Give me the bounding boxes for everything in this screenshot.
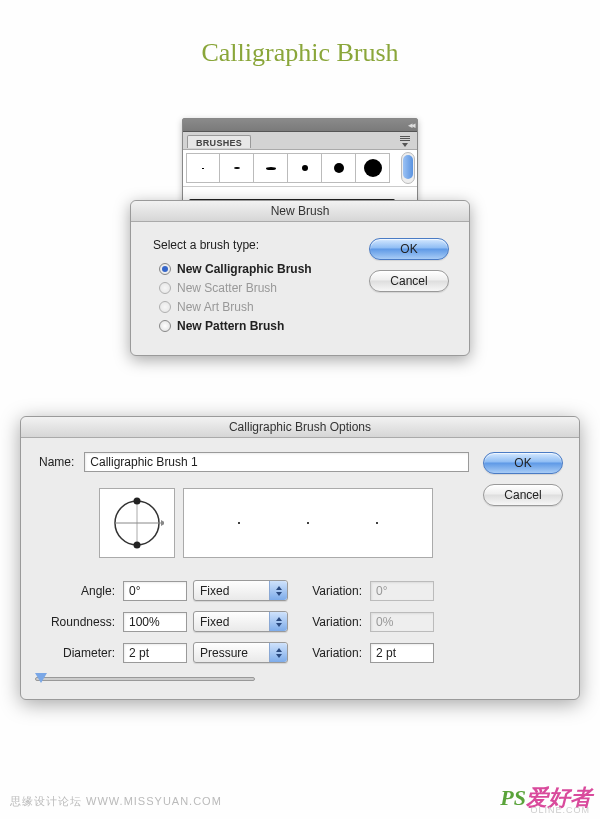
- angle-preview[interactable]: [99, 488, 175, 558]
- radio-art: New Art Brush: [159, 300, 365, 314]
- panel-menu-icon[interactable]: [397, 135, 413, 147]
- radio-calligraphic[interactable]: New Calligraphic Brush: [159, 262, 365, 276]
- ok-button[interactable]: OK: [369, 238, 449, 260]
- slider-thumb[interactable]: [35, 673, 47, 683]
- dialog-title: New Brush: [131, 201, 469, 222]
- dropdown-arrows-icon[interactable]: [269, 643, 287, 662]
- brush-type-prompt: Select a brush type:: [153, 238, 365, 252]
- cancel-button[interactable]: Cancel: [483, 484, 563, 506]
- roundness-mode-dropdown[interactable]: Fixed: [193, 611, 288, 632]
- angle-label: Angle:: [39, 584, 117, 598]
- roundness-label: Roundness:: [39, 615, 117, 629]
- diameter-variation-label: Variation:: [294, 646, 364, 660]
- radio-icon[interactable]: [159, 263, 171, 275]
- scrollbar-thumb[interactable]: [403, 155, 413, 179]
- brush-type-radios: New Calligraphic Brush New Scatter Brush…: [159, 262, 365, 333]
- scrollbar[interactable]: [401, 152, 415, 184]
- diameter-variation-input[interactable]: 2 pt: [370, 643, 434, 663]
- calligraphic-options-dialog: Calligraphic Brush Options Name: Calligr…: [20, 416, 580, 700]
- name-label: Name:: [39, 455, 74, 469]
- panel-tabs: BRUSHES: [183, 132, 417, 150]
- roundness-variation-label: Variation:: [294, 615, 364, 629]
- diameter-label: Diameter:: [39, 646, 117, 660]
- svg-point-5: [134, 542, 141, 549]
- radio-label: New Calligraphic Brush: [177, 262, 312, 276]
- roundness-input[interactable]: 100%: [123, 612, 187, 632]
- radio-label: New Pattern Brush: [177, 319, 284, 333]
- angle-input[interactable]: 0°: [123, 581, 187, 601]
- cancel-button[interactable]: Cancel: [369, 270, 449, 292]
- angle-variation-label: Variation:: [294, 584, 364, 598]
- radio-icon: [159, 301, 171, 313]
- radio-icon: [159, 282, 171, 294]
- brush-thumbnail[interactable]: [254, 153, 288, 183]
- svg-point-4: [134, 498, 141, 505]
- dropdown-value: Pressure: [200, 646, 248, 660]
- collapse-icon[interactable]: ◂◂: [408, 120, 414, 130]
- dropdown-value: Fixed: [200, 615, 229, 629]
- new-brush-dialog: New Brush Select a brush type: New Calli…: [130, 200, 470, 356]
- panel-header[interactable]: ◂◂: [183, 119, 417, 132]
- size-preview: [183, 488, 433, 558]
- ok-button[interactable]: OK: [483, 452, 563, 474]
- diameter-input[interactable]: 2 pt: [123, 643, 187, 663]
- dropdown-arrows-icon[interactable]: [269, 581, 287, 600]
- name-input[interactable]: Calligraphic Brush 1: [84, 452, 469, 472]
- brush-thumbnail[interactable]: [288, 153, 322, 183]
- angle-mode-dropdown[interactable]: Fixed: [193, 580, 288, 601]
- diameter-slider[interactable]: [35, 677, 255, 681]
- radio-pattern[interactable]: New Pattern Brush: [159, 319, 365, 333]
- roundness-variation-input: 0%: [370, 612, 434, 632]
- dialog-title: Calligraphic Brush Options: [21, 417, 579, 438]
- diameter-mode-dropdown[interactable]: Pressure: [193, 642, 288, 663]
- brushes-tab[interactable]: BRUSHES: [187, 135, 251, 148]
- brush-thumbnail[interactable]: [220, 153, 254, 183]
- brush-thumbnail[interactable]: [186, 153, 220, 183]
- brush-thumbnails: [183, 150, 417, 187]
- watermark-left: 思缘设计论坛 WWW.MISSYUAN.COM: [10, 794, 222, 809]
- radio-label: New Art Brush: [177, 300, 254, 314]
- svg-marker-3: [161, 520, 164, 526]
- dropdown-arrows-icon[interactable]: [269, 612, 287, 631]
- angle-circle-icon[interactable]: [110, 496, 164, 550]
- watermark-sub: OLINE.COM: [530, 805, 590, 815]
- radio-label: New Scatter Brush: [177, 281, 277, 295]
- brush-thumbnail[interactable]: [322, 153, 356, 183]
- radio-scatter: New Scatter Brush: [159, 281, 365, 295]
- dropdown-value: Fixed: [200, 584, 229, 598]
- angle-variation-input: 0°: [370, 581, 434, 601]
- brush-thumbnail[interactable]: [356, 153, 390, 183]
- page-title: Calligraphic Brush: [0, 38, 600, 68]
- radio-icon[interactable]: [159, 320, 171, 332]
